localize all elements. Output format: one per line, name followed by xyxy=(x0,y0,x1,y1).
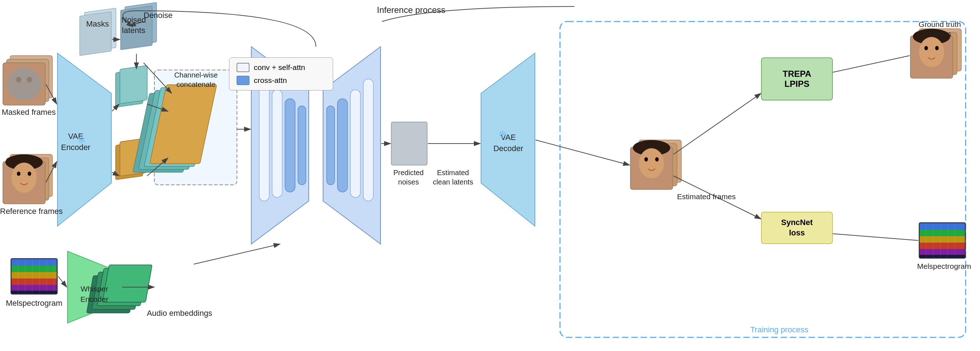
svg-point-14 xyxy=(27,77,32,83)
legend-cross-label: cross-attn xyxy=(254,76,287,85)
masks-label: Masks xyxy=(86,19,109,29)
svg-rect-34 xyxy=(285,99,295,192)
svg-rect-73 xyxy=(11,278,57,285)
estimated-frames-label: Estimated frames xyxy=(677,192,735,201)
svg-point-49 xyxy=(644,157,648,162)
legend-conv-label: conv + self-attn xyxy=(254,63,305,72)
svg-rect-33 xyxy=(272,90,282,197)
svg-rect-27 xyxy=(133,93,200,172)
svg-rect-40 xyxy=(363,79,373,201)
svg-rect-61 xyxy=(920,236,965,243)
inference-process-label: Inference process xyxy=(377,5,445,15)
svg-line-88 xyxy=(112,104,119,111)
svg-point-10 xyxy=(11,65,44,96)
ground-truth-frames-label: Ground truth frames xyxy=(907,19,972,39)
svg-rect-71 xyxy=(11,265,57,272)
svg-rect-39 xyxy=(350,90,360,197)
svg-line-102 xyxy=(58,276,67,287)
svg-line-89 xyxy=(112,172,119,176)
reference-frames-label: Reference frames xyxy=(0,207,57,216)
vae-encoder-snowflake: ❄ xyxy=(78,134,86,146)
svg-rect-2 xyxy=(84,8,116,52)
svg-rect-3 xyxy=(80,11,111,55)
svg-rect-69 xyxy=(11,259,57,294)
svg-point-57 xyxy=(935,46,939,50)
svg-line-101 xyxy=(818,233,918,240)
svg-rect-25 xyxy=(120,138,147,176)
trepa-label: TREPA xyxy=(783,69,811,79)
melspectrogram-right-label: Melspectrogram xyxy=(912,262,977,271)
svg-point-21 xyxy=(28,172,31,176)
lpips-label: LPIPS xyxy=(784,79,809,89)
svg-point-47 xyxy=(633,140,670,156)
svg-rect-38 xyxy=(337,99,347,192)
vae-decoder-snowflake: ❄ xyxy=(498,129,506,140)
svg-rect-9 xyxy=(6,59,49,102)
training-process-label: Training process xyxy=(750,325,808,335)
svg-rect-29 xyxy=(144,87,211,167)
svg-rect-46 xyxy=(630,147,673,189)
svg-rect-58 xyxy=(919,222,966,259)
syncnet-loss-box: SyncNet loss xyxy=(761,212,833,244)
svg-rect-24 xyxy=(116,141,143,180)
predicted-noises-label: Predicted noises xyxy=(383,168,434,187)
vae-decoder-label: VAE Decoder xyxy=(483,132,533,154)
svg-rect-60 xyxy=(920,230,965,236)
svg-rect-11 xyxy=(3,63,45,105)
svg-rect-17 xyxy=(3,162,45,204)
melspectrogram-bottom-label: Melspectrogram xyxy=(5,299,63,308)
legend-cross-item: cross-attn xyxy=(237,76,326,85)
svg-line-86 xyxy=(46,84,57,104)
svg-rect-23 xyxy=(120,65,147,104)
svg-point-8 xyxy=(15,61,48,92)
legend-conv-item: conv + self-attn xyxy=(237,63,326,72)
masked-frames-label: Masked frames xyxy=(0,108,57,117)
svg-point-50 xyxy=(655,157,659,162)
vae-encoder-label: VAE Encoder xyxy=(61,131,91,153)
diagram-container: Masks Noised latents Denoise Masked fram… xyxy=(0,0,980,351)
svg-rect-44 xyxy=(639,140,681,182)
svg-rect-62 xyxy=(920,243,965,249)
svg-point-12 xyxy=(7,67,41,100)
audio-embeddings-label: Audio embeddings xyxy=(137,309,223,318)
denoise-label: Denoise xyxy=(143,11,173,20)
svg-line-104 xyxy=(194,244,280,264)
svg-rect-41 xyxy=(391,122,427,165)
whisper-encoder-label: Whisper Encoder xyxy=(71,284,118,305)
legend-conv-icon xyxy=(237,63,250,72)
svg-line-87 xyxy=(46,162,57,182)
svg-rect-37 xyxy=(327,106,334,185)
noised-latents-label: Noised latents xyxy=(121,15,146,35)
estimated-clean-label: Estimated clean latents xyxy=(428,168,478,187)
svg-rect-15 xyxy=(10,154,52,197)
svg-line-90 xyxy=(147,104,168,111)
svg-rect-28 xyxy=(138,91,206,169)
svg-rect-74 xyxy=(11,285,57,291)
syncnet-label: SyncNet loss xyxy=(781,218,813,238)
svg-point-48 xyxy=(639,148,664,178)
svg-rect-72 xyxy=(11,272,57,278)
svg-point-20 xyxy=(17,172,21,176)
svg-point-55 xyxy=(919,37,944,67)
svg-point-56 xyxy=(924,46,928,50)
svg-rect-35 xyxy=(298,106,306,185)
svg-point-19 xyxy=(11,163,37,193)
svg-line-91 xyxy=(147,158,168,176)
svg-point-13 xyxy=(16,77,21,83)
svg-line-97 xyxy=(536,140,630,165)
svg-rect-32 xyxy=(259,79,269,201)
svg-rect-30 xyxy=(150,85,217,164)
svg-rect-45 xyxy=(635,144,677,186)
svg-rect-63 xyxy=(920,249,965,255)
svg-line-98 xyxy=(673,93,761,154)
svg-point-18 xyxy=(5,154,43,170)
diagram-svg xyxy=(0,0,980,351)
trepa-lpips-box: TREPA LPIPS xyxy=(761,57,833,100)
svg-rect-53 xyxy=(910,36,953,78)
svg-rect-59 xyxy=(920,223,965,230)
svg-rect-22 xyxy=(116,69,143,107)
svg-rect-16 xyxy=(6,158,49,200)
svg-rect-7 xyxy=(10,56,52,98)
legend-cross-icon xyxy=(237,76,250,85)
svg-rect-70 xyxy=(11,259,57,265)
